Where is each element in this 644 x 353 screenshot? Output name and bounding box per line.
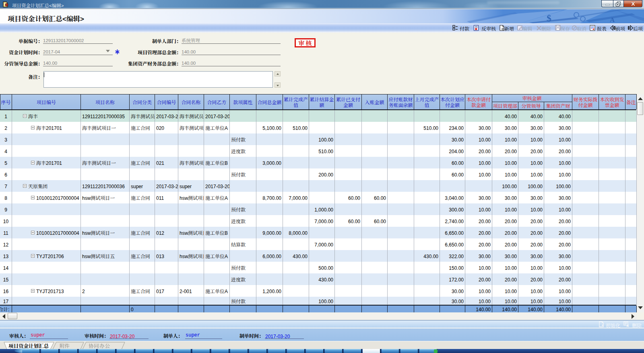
svg-text:$: $ (547, 13, 551, 23)
svg-text:A: A (610, 16, 615, 23)
